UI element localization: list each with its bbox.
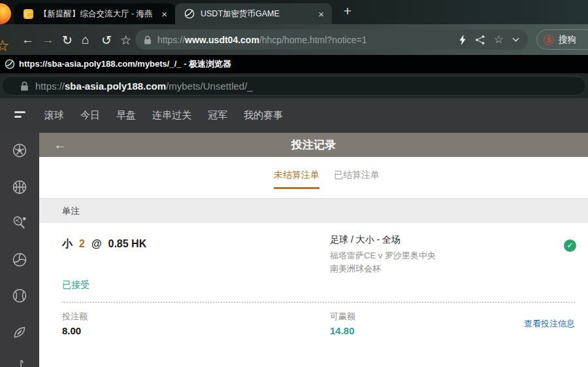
page-title: 投注记录 xyxy=(39,133,588,157)
match-info: 足球 / 大小 - 全场 福塔雷萨CE v 罗沙里奥中央 南美洲球会杯 xyxy=(330,234,436,275)
league-name: 南美洲球会杯 xyxy=(330,262,436,275)
sogou-search-button[interactable]: S 搜狗 xyxy=(536,29,588,50)
refresh-icon[interactable]: ↻ xyxy=(62,32,73,47)
sogou-logo-icon: S xyxy=(544,35,554,45)
popup-url-text: https://sba-asia.poly188.com/mybets/Unse… xyxy=(35,80,253,92)
popup-title-text: https://sba-asia.poly188.com/mybets/_/_ … xyxy=(19,58,231,70)
nav-item-parlay[interactable]: 连串过关 xyxy=(152,109,191,122)
dotted-divider xyxy=(62,302,575,303)
nav-item-early[interactable]: 早盘 xyxy=(116,109,136,122)
nav-items: 滚球 今日 早盘 连串过关 冠军 我的赛事 xyxy=(44,98,283,133)
sports-sidebar xyxy=(0,133,39,367)
browser-window: 【新提醒】综合交流大厅 - 海燕 × USDT加密货币GAME × + ← → … xyxy=(0,0,588,367)
handicap-line: 2 xyxy=(79,238,85,249)
url-text: https://www.usdt04.com/hhcp/home.html?no… xyxy=(157,35,367,45)
american-football-icon[interactable] xyxy=(12,324,27,343)
address-bar-actions: ☆ xyxy=(459,33,519,46)
accepted-check-icon: ✓ xyxy=(564,239,576,252)
browser-toolbar: ← → ↻ ⌂ ↺ ☆ https://www.usdt04.com/hhcp/… xyxy=(0,24,588,55)
nav-item-today[interactable]: 今日 xyxy=(80,109,100,122)
baseball-icon[interactable] xyxy=(12,288,27,306)
section-header-single: 单注 xyxy=(39,198,588,223)
sogou-label: 搜狗 xyxy=(559,34,576,46)
chick-favicon-icon xyxy=(24,9,33,19)
bet-records-page: ← 投注记录 未结算注单 已结算注单 单注 小2@0.85 HK 足球 / 大小… xyxy=(39,133,588,367)
globe-icon xyxy=(5,59,15,69)
sportsbook-nav: 滚球 今日 早盘 连串过关 冠军 我的赛事 xyxy=(0,98,588,133)
browser-tab-forum[interactable]: 【新提醒】综合交流大厅 - 海燕 × xyxy=(14,3,175,24)
share-nodes-icon[interactable] xyxy=(475,35,485,45)
nav-item-mybets[interactable]: 我的赛事 xyxy=(244,109,283,122)
back-arrow-icon[interactable]: ← xyxy=(54,133,67,157)
lock-icon xyxy=(144,35,152,44)
selection-text: 小 xyxy=(62,238,73,249)
tab-settled[interactable]: 已结算注单 xyxy=(334,169,380,189)
partial-sport-icon[interactable] xyxy=(12,360,27,367)
tab-title: USDT加密货币GAME xyxy=(201,9,314,20)
chevron-down-icon[interactable] xyxy=(512,37,519,42)
bookmark-star-icon[interactable]: ☆ xyxy=(120,32,131,47)
tab-title: 【新提醒】综合交流大厅 - 海燕 xyxy=(39,9,157,20)
browser-logo[interactable] xyxy=(0,3,11,24)
home-icon[interactable]: ⌂ xyxy=(82,33,89,47)
skin-star-icon: ☆ xyxy=(0,37,10,55)
tab-strip: 【新提醒】综合交流大厅 - 海燕 × USDT加密货币GAME × + xyxy=(0,0,588,24)
favorite-star-icon[interactable]: ☆ xyxy=(494,33,504,46)
bet-status-tabs: 未结算注单 已结算注单 xyxy=(274,169,380,189)
nav-item-outright[interactable]: 冠军 xyxy=(208,109,227,122)
menu-hamburger-icon[interactable] xyxy=(14,111,25,120)
view-bet-details-link[interactable]: 查看投注信息 xyxy=(524,318,575,330)
close-tab-icon[interactable]: × xyxy=(318,9,324,19)
win-label: 可赢额 xyxy=(330,311,355,323)
soccer-icon[interactable] xyxy=(12,143,27,161)
basketball-icon[interactable] xyxy=(12,179,27,198)
stake-block: 投注额 8.00 xyxy=(62,311,88,336)
tennis-icon[interactable] xyxy=(12,215,27,234)
new-tab-button[interactable]: + xyxy=(338,2,357,20)
popup-address-bar[interactable]: https://sba-asia.poly188.com/mybets/Unse… xyxy=(1,76,586,96)
globe-favicon-icon xyxy=(184,9,195,19)
forward-icon[interactable]: → xyxy=(42,33,54,47)
page-header: ← 投注记录 xyxy=(39,133,588,157)
popup-title-bar: https://sba-asia.poly188.com/mybets/_/_ … xyxy=(0,55,588,73)
browser-tab-usdt-game[interactable]: USDT加密货币GAME × xyxy=(175,3,332,24)
lightning-icon[interactable] xyxy=(459,35,466,45)
stake-value: 8.00 xyxy=(62,325,88,336)
bet-status-text: 已接受 xyxy=(62,279,90,291)
nav-item-live[interactable]: 滚球 xyxy=(44,109,64,122)
tab-unsettled[interactable]: 未结算注单 xyxy=(274,169,319,189)
volleyball-icon[interactable] xyxy=(12,252,27,270)
at-symbol: @ xyxy=(91,238,102,249)
market-name: 足球 / 大小 - 全场 xyxy=(330,234,436,246)
stake-label: 投注额 xyxy=(62,311,88,323)
odds-value: 0.85 HK xyxy=(108,238,147,249)
back-icon[interactable]: ← xyxy=(22,33,34,47)
win-block: 可赢额 14.80 xyxy=(330,311,355,336)
close-tab-icon[interactable]: × xyxy=(161,9,167,19)
popup-address-strip: https://sba-asia.poly188.com/mybets/Unse… xyxy=(0,73,588,98)
lock-icon xyxy=(20,81,29,91)
address-bar[interactable]: https://www.usdt04.com/hhcp/home.html?no… xyxy=(135,29,528,50)
match-name: 福塔雷萨CE v 罗沙里奥中央 xyxy=(330,249,436,262)
win-value: 14.80 xyxy=(330,325,355,336)
undo-icon[interactable]: ↺ xyxy=(101,32,112,47)
bet-selection-line: 小2@0.85 HK xyxy=(62,237,146,251)
